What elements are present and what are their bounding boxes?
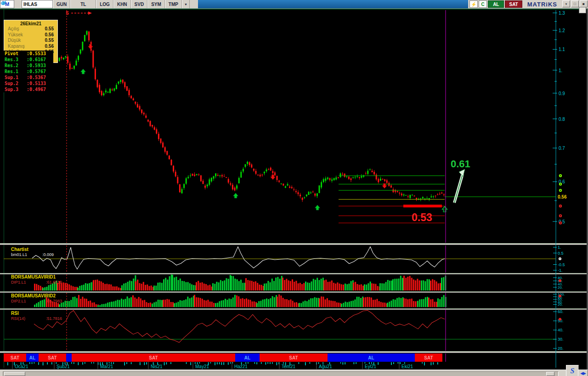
window-close-button[interactable]: ■: [580, 0, 588, 7]
period-gun-button[interactable]: GUN: [53, 0, 70, 8]
sym-button[interactable]: SYM: [147, 0, 165, 8]
rsi-title: RSI: [11, 311, 19, 316]
pivot-row: Res.3:0.6167: [4, 57, 53, 63]
svg-text:SAT: SAT: [48, 355, 57, 360]
svg-text:Eyl21: Eyl21: [365, 364, 376, 369]
matriks-bird-logo: [14, 0, 22, 8]
svg-text:1.: 1.: [558, 245, 561, 250]
svg-text:1.2: 1.2: [559, 28, 565, 33]
svg-text:AL: AL: [29, 355, 35, 360]
pivot-row: Pivot:0.5533: [4, 51, 53, 57]
svg-text:SAT: SAT: [11, 355, 19, 360]
pivot-row: Res.1:0.5767: [4, 68, 53, 74]
svg-text:40.: 40.: [558, 328, 564, 332]
target-price-annotation: 0.61: [451, 158, 470, 170]
pivot-row: Sup.1:0.5367: [4, 74, 53, 80]
scrollbar-thumb[interactable]: [4, 372, 25, 376]
chartist-title: Chartist: [11, 247, 28, 252]
chart-nav-arrows[interactable]: ◀▶: [578, 370, 588, 376]
matriks-s-logo-button[interactable]: S: [566, 365, 579, 376]
svg-text:0.9: 0.9: [559, 91, 565, 96]
svg-text:Mar21: Mar21: [100, 364, 113, 369]
sat-sell-button[interactable]: SAT: [505, 0, 522, 8]
svg-text:0.5: 0.5: [558, 251, 564, 256]
matriks-chart-window: M IHLAS GUN TL LOG KHN SVD SYM TMP ▼ ⚡ C…: [0, 0, 588, 376]
svg-text:SAT: SAT: [289, 355, 298, 360]
pivot-levels-list: Pivot:0.5533Res.3:0.6167Res.2:0.5933Res.…: [4, 51, 53, 92]
stop-price-annotation: 0.53: [412, 211, 432, 223]
pivot-row: Sup.3:0.4967: [4, 86, 53, 92]
svg-text:AL: AL: [244, 355, 250, 360]
svg-text:30.: 30.: [558, 337, 564, 342]
window-minimize-button[interactable]: ▼: [562, 0, 570, 7]
dip1-title: BORSAMUSAVIRID1: [11, 274, 56, 279]
svg-text:0.7: 0.7: [559, 146, 565, 151]
rsi-series-label: RSI(14): [11, 316, 25, 321]
svg-text:20.: 20.: [558, 302, 563, 307]
svg-text:SAT: SAT: [149, 355, 158, 360]
currency-tl-button[interactable]: TL: [70, 0, 96, 8]
window-restore-button[interactable]: □: [571, 0, 579, 7]
status-bar: S ◀▶: [0, 370, 588, 376]
tooltip-label: Kapanış: [8, 44, 25, 50]
scrollbar-thumb-right[interactable]: [546, 372, 554, 376]
twitter-icon[interactable]: [190, 0, 197, 8]
horizontal-scrollbar[interactable]: [3, 371, 559, 376]
dip2-series-label: DIP2.L1: [11, 299, 26, 303]
toolbar: M IHLAS GUN TL LOG KHN SVD SYM TMP ▼ ⚡ C…: [0, 0, 588, 9]
svg-text:20.: 20.: [558, 285, 563, 290]
svg-text:Eki21: Eki21: [401, 364, 413, 369]
chart-area[interactable]: S 0.61 0.53 SATALSATSATALSATALSAT Oca21Ş…: [0, 0, 588, 376]
tooltip-label: Düşük: [8, 38, 21, 44]
khn-button[interactable]: KHN: [113, 0, 131, 8]
lightning-icon[interactable]: ⚡: [469, 0, 478, 8]
svg-text:-0.5: -0.5: [558, 262, 565, 267]
svg-text:May21: May21: [195, 364, 209, 369]
signal-bar: SATALSATSATALSATALSAT: [4, 353, 556, 362]
svg-text:20.: 20.: [558, 346, 564, 351]
svg-text:Şub21: Şub21: [57, 364, 70, 369]
dip1-value: :61.6519: [46, 280, 62, 285]
svg-text:SAT: SAT: [424, 355, 433, 360]
last-price-label: 0.56: [558, 194, 567, 199]
svg-text:60.: 60.: [558, 309, 564, 314]
svg-text:0.8: 0.8: [559, 117, 565, 122]
svg-text:1.3: 1.3: [559, 11, 565, 16]
svg-text:Ağu21: Ağu21: [319, 364, 332, 369]
matriks-brand: MATRiKS: [523, 0, 562, 8]
symbol-field[interactable]: IHLAS: [22, 0, 53, 8]
svg-text:Oca21: Oca21: [15, 364, 28, 369]
tooltip-label: Yüksek: [8, 32, 23, 38]
pivot-row: Sup.2:0.5133: [4, 80, 53, 86]
svg-text:Tem21: Tem21: [282, 364, 295, 369]
svg-text:Haz21: Haz21: [234, 364, 248, 369]
log-scale-button[interactable]: LOG: [96, 0, 113, 8]
c-button[interactable]: C: [479, 0, 487, 8]
dip1-series-label: DIP1.L1: [11, 280, 26, 285]
dip2-title: BORSAMUSAVIRID2: [11, 293, 56, 298]
pivot-row: Res.2:0.5933: [4, 63, 53, 68]
svg-text:-1.: -1.: [558, 268, 563, 273]
svg-text:1.1: 1.1: [559, 47, 565, 52]
s-annotation-label: S: [66, 11, 69, 16]
chartist-value: :0.009: [42, 252, 54, 257]
svg-text:1.: 1.: [559, 68, 562, 73]
rsi-value: :51.7816: [46, 316, 62, 321]
svg-text:Nis21: Nis21: [151, 364, 163, 369]
panel-expand-button[interactable]: [579, 7, 586, 13]
tmp-button[interactable]: TMP: [165, 0, 182, 8]
dip2-value: :85.7983: [46, 299, 62, 303]
window-title-bar[interactable]: [198, 0, 468, 8]
al-buy-button[interactable]: AL: [488, 0, 504, 8]
chartist-series-label: bm01.L1: [11, 252, 27, 257]
svg-text:AL: AL: [368, 355, 374, 360]
chevron-down-icon[interactable]: ▼: [182, 0, 190, 8]
svd-button[interactable]: SVD: [131, 0, 148, 8]
tooltip-label: Açılış: [8, 26, 19, 32]
tooltip-date: 26Ekim21: [4, 20, 57, 26]
